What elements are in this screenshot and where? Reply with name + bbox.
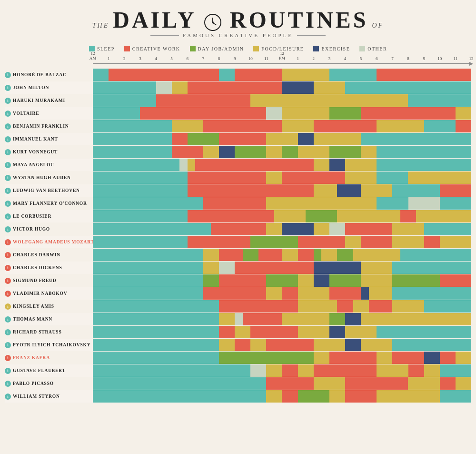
seg bbox=[298, 249, 314, 261]
label-darwin: i CHARLES DARWIN bbox=[5, 249, 93, 261]
main-title: DAILY ROUTINES bbox=[113, 9, 368, 31]
info-oconnor[interactable]: i bbox=[5, 201, 11, 207]
seg bbox=[314, 159, 329, 171]
seg bbox=[424, 120, 456, 132]
info-murakami[interactable]: i bbox=[5, 98, 11, 104]
info-flaubert[interactable]: i bbox=[5, 368, 11, 374]
seg bbox=[440, 197, 471, 210]
info-corbusier[interactable]: i bbox=[5, 213, 11, 220]
seg bbox=[93, 326, 219, 338]
seg bbox=[345, 236, 361, 248]
seg bbox=[93, 352, 219, 364]
seg bbox=[266, 172, 282, 184]
seg bbox=[235, 326, 250, 338]
info-picasso[interactable]: i bbox=[5, 381, 11, 387]
seg bbox=[345, 81, 471, 94]
seg bbox=[219, 339, 235, 351]
seg bbox=[314, 364, 377, 377]
legend-dayjob: DAY JOB/ADMIN bbox=[190, 46, 244, 51]
seg bbox=[282, 249, 298, 261]
time-label-3pm: 3 bbox=[328, 56, 331, 61]
seg bbox=[266, 223, 282, 235]
bar-beethoven bbox=[93, 184, 471, 197]
info-vonnegut[interactable]: i bbox=[5, 149, 11, 155]
seg bbox=[392, 352, 424, 364]
seg bbox=[361, 133, 471, 145]
seg bbox=[93, 339, 219, 351]
info-strauss[interactable]: i bbox=[5, 329, 11, 335]
info-freud[interactable]: i bbox=[5, 278, 11, 284]
row-dickens: i CHARLES DICKENS bbox=[5, 262, 471, 274]
bar-kant bbox=[93, 133, 471, 145]
info-franklin[interactable]: i bbox=[5, 123, 11, 130]
seg bbox=[377, 120, 424, 132]
seg bbox=[392, 339, 471, 351]
row-amis: i KINGSLEY AMIS bbox=[5, 300, 471, 313]
info-styron[interactable]: i bbox=[5, 393, 11, 400]
seg bbox=[172, 146, 203, 158]
bar-picasso bbox=[93, 377, 471, 390]
info-milton[interactable]: i bbox=[5, 85, 11, 91]
info-kant[interactable]: i bbox=[5, 136, 11, 142]
seg bbox=[314, 274, 329, 287]
info-angelou[interactable]: i bbox=[5, 162, 11, 168]
seg bbox=[329, 274, 361, 287]
seg bbox=[345, 159, 377, 171]
info-mozart[interactable]: i bbox=[5, 239, 11, 245]
info-balzac[interactable]: i bbox=[5, 72, 11, 78]
seg bbox=[361, 339, 392, 351]
seg bbox=[219, 249, 243, 261]
seg bbox=[172, 133, 188, 145]
name-kant: IMMANUEL KANT bbox=[13, 137, 58, 141]
seg bbox=[219, 300, 298, 313]
row-mann: i THOMAS MANN bbox=[5, 313, 471, 325]
seg bbox=[266, 133, 298, 145]
info-hugo[interactable]: i bbox=[5, 226, 11, 232]
row-franklin: i BENJAMIN FRANKLIN bbox=[5, 120, 471, 132]
bar-voltaire bbox=[93, 107, 471, 120]
info-dickens[interactable]: i bbox=[5, 265, 11, 271]
seg bbox=[203, 120, 282, 132]
seg bbox=[329, 326, 345, 338]
seg bbox=[188, 159, 196, 171]
seg bbox=[424, 300, 471, 313]
seg bbox=[156, 94, 251, 107]
bar-darwin bbox=[93, 249, 471, 261]
row-picasso: i PABLO PICASSO bbox=[5, 377, 471, 390]
label-beethoven: i LUDWIG VAN BEETHOVEN bbox=[5, 184, 93, 197]
name-corbusier: LE CORBUSIER bbox=[13, 214, 51, 219]
seg bbox=[243, 249, 258, 261]
seg bbox=[188, 81, 282, 94]
info-mann[interactable]: i bbox=[5, 316, 11, 323]
info-beethoven[interactable]: i bbox=[5, 188, 11, 194]
info-tchaikovsky[interactable]: i bbox=[5, 342, 11, 348]
label-hugo: i VICTOR HUGO bbox=[5, 223, 93, 235]
info-amis[interactable]: i bbox=[5, 303, 11, 310]
seg bbox=[266, 146, 282, 158]
seg bbox=[306, 210, 337, 222]
seg bbox=[266, 377, 313, 390]
info-darwin[interactable]: i bbox=[5, 252, 11, 258]
label-auden: i WYSTAN HUGH AUDEN bbox=[5, 172, 93, 184]
info-auden[interactable]: i bbox=[5, 175, 11, 181]
seg bbox=[377, 146, 471, 158]
info-voltaire[interactable]: i bbox=[5, 111, 11, 117]
bar-auden bbox=[93, 172, 471, 184]
seg bbox=[314, 184, 337, 197]
info-kafka[interactable]: i bbox=[5, 355, 11, 361]
seg bbox=[219, 69, 235, 81]
seg bbox=[93, 133, 172, 145]
name-freud: SIGMUND FREUD bbox=[13, 278, 56, 283]
info-nabokov[interactable]: i bbox=[5, 291, 11, 297]
seg bbox=[235, 339, 250, 351]
label-milton: i JOHN MILTON bbox=[5, 81, 93, 94]
seg bbox=[282, 172, 345, 184]
legend-sleep-label: SLEEP bbox=[97, 46, 115, 51]
seg bbox=[93, 210, 188, 222]
legend: SLEEP CREATIVE WORK DAY JOB/ADMIN FOOD/L… bbox=[0, 42, 476, 53]
time-label-8: 8 bbox=[218, 56, 220, 61]
label-oconnor: i MARY FLANNERY O'CONNOR bbox=[5, 197, 93, 210]
subtitle-text: FAMOUS CREATIVE PEOPLE bbox=[183, 32, 293, 38]
time-label-12am: 12AM bbox=[89, 51, 97, 61]
seg bbox=[266, 107, 282, 120]
